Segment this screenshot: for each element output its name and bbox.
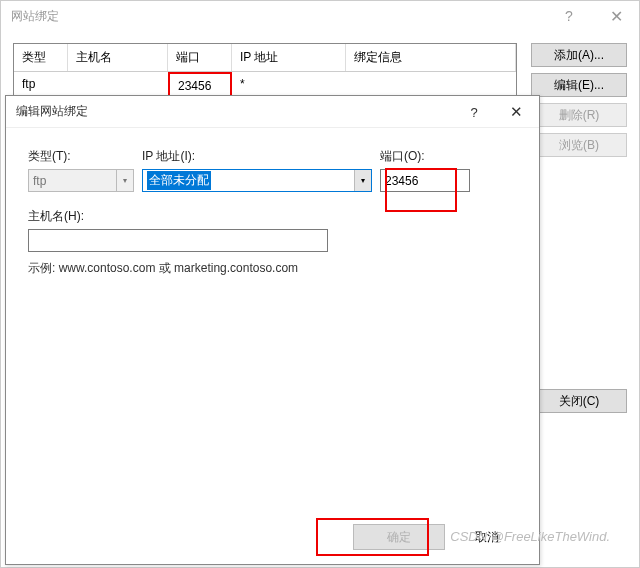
ip-label: IP 地址(I): (142, 148, 372, 165)
type-value: ftp (33, 174, 46, 188)
col-port-header: 端口 (168, 44, 232, 71)
ip-field: IP 地址(I): 全部未分配 ▾ (142, 148, 372, 192)
add-button[interactable]: 添加(A)... (531, 43, 627, 67)
button-column: 添加(A)... 编辑(E)... 删除(R) 浏览(B) 关闭(C) (531, 43, 627, 413)
cancel-button[interactable]: 取消 (457, 529, 517, 546)
type-field: 类型(T): ftp ▾ (28, 148, 134, 192)
browse-button: 浏览(B) (531, 133, 627, 157)
col-ip-header: IP 地址 (232, 44, 346, 71)
table-header: 类型 主机名 端口 IP 地址 绑定信息 (14, 44, 516, 72)
edit-button[interactable]: 编辑(E)... (531, 73, 627, 97)
example-text: 示例: www.contoso.com 或 marketing.contoso.… (28, 260, 517, 277)
parent-title: 网站绑定 (11, 8, 629, 25)
close-button[interactable]: 关闭(C) (531, 389, 627, 413)
type-label: 类型(T): (28, 148, 134, 165)
port-input[interactable] (380, 169, 470, 192)
child-title: 编辑网站绑定 (16, 103, 529, 120)
port-label: 端口(O): (380, 148, 470, 165)
parent-titlebar: 网站绑定 ? ✕ (1, 1, 639, 31)
remove-button: 删除(R) (531, 103, 627, 127)
chevron-down-icon: ▾ (116, 170, 133, 191)
host-field: 主机名(H): (28, 208, 328, 252)
host-label: 主机名(H): (28, 208, 328, 225)
col-type-header: 类型 (14, 44, 68, 71)
child-close-button[interactable]: ✕ (494, 96, 539, 128)
type-select: ftp ▾ (28, 169, 134, 192)
child-help-button[interactable]: ? (454, 96, 494, 128)
edit-binding-dialog: 编辑网站绑定 ? ✕ 类型(T): ftp ▾ IP 地址(I): 全部未分配 … (5, 95, 540, 565)
col-bind-header: 绑定信息 (346, 44, 516, 71)
parent-close-button[interactable]: ✕ (594, 1, 639, 31)
chevron-down-icon[interactable]: ▾ (354, 170, 371, 191)
child-titlebar: 编辑网站绑定 ? ✕ (6, 96, 539, 128)
ok-button: 确定 (353, 524, 445, 550)
parent-help-button[interactable]: ? (549, 1, 589, 31)
host-input[interactable] (28, 229, 328, 252)
port-field: 端口(O): (380, 148, 470, 192)
ip-value: 全部未分配 (147, 171, 211, 190)
col-host-header: 主机名 (68, 44, 168, 71)
ip-select[interactable]: 全部未分配 ▾ (142, 169, 372, 192)
